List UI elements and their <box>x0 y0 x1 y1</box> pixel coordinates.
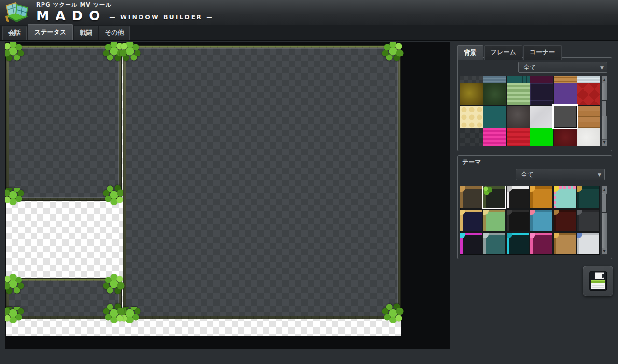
up-arrow-icon: ▲ <box>603 77 605 82</box>
save-button[interactable] <box>583 266 613 296</box>
bg-swatch-purple[interactable] <box>554 83 577 105</box>
theme-thumbnail-light-blue-corner[interactable] <box>577 233 599 254</box>
bg-swatch-blue-stripes[interactable] <box>483 76 506 83</box>
bg-swatch-tan-wood[interactable] <box>554 76 577 83</box>
down-arrow-icon: ▼ <box>603 140 605 145</box>
background-swatch-grid <box>460 76 600 146</box>
bg-swatch-dark-red-damask[interactable] <box>554 128 577 146</box>
theme-thumbnail-dark-teal-gold[interactable] <box>577 186 599 208</box>
material-tab-bar: 背景フレームコーナー <box>457 45 562 60</box>
bg-swatch-red-diamond[interactable] <box>577 83 600 105</box>
theme-thumbnail-teal-pink-star[interactable] <box>554 186 576 208</box>
thumbnail-corner-ornament <box>483 210 489 215</box>
chevron-down-icon: ▼ <box>598 170 601 180</box>
bg-swatch-dark-gray[interactable] <box>554 106 577 128</box>
theme-thumbnail-cyan-neon[interactable] <box>507 233 529 254</box>
bg-swatch-pale-blue[interactable] <box>577 76 600 83</box>
theme-thumbnail-neon-magenta[interactable] <box>460 233 482 254</box>
thumbnail-corner-ornament <box>577 233 582 238</box>
theme-thumbnail-brown-gold[interactable] <box>460 186 482 208</box>
bg-swatch-white-marble[interactable] <box>530 106 553 128</box>
thumbnail-corner-ornament <box>507 210 512 215</box>
theme-thumbnail-green-foliage[interactable] <box>483 186 505 208</box>
bg-swatch-off-white[interactable] <box>577 128 600 146</box>
mado-app-logo-icon <box>2 1 30 24</box>
theme-thumbnail-light-green[interactable] <box>483 210 505 231</box>
tab-battle[interactable]: 戦闘 <box>74 26 98 40</box>
tab-corner[interactable]: コーナー <box>523 45 562 60</box>
bg-swatch-teal-solid[interactable] <box>483 106 506 128</box>
bg-swatch-black-check[interactable] <box>460 128 483 146</box>
theme-thumbnail-wood-gold[interactable] <box>554 233 576 254</box>
main-tab-bar: 会話ステータス戦闘その他 <box>0 25 618 41</box>
window-content-area <box>9 48 119 198</box>
scroll-up-button[interactable]: ▲ <box>602 76 607 83</box>
window-content-area <box>126 48 398 316</box>
thumbnail-corner-ornament <box>530 186 535 192</box>
theme-grid-scrollbar[interactable]: ▲ ▼ <box>601 186 607 255</box>
scrollbar-thumb[interactable] <box>602 194 607 213</box>
scroll-down-button[interactable]: ▼ <box>602 248 607 254</box>
tab-status[interactable]: ステータス <box>28 24 73 40</box>
theme-thumbnail-grid <box>460 186 600 255</box>
theme-thumbnail-white-on-black[interactable] <box>507 186 529 208</box>
thumbnail-corner-ornament <box>530 233 535 238</box>
bg-swatch-green-plaid[interactable] <box>507 83 530 105</box>
scrollbar-thumb[interactable] <box>602 100 607 116</box>
thumbnail-corner-ornament <box>460 186 465 192</box>
thumbnail-corner-ornament <box>577 186 582 192</box>
background-filter-dropdown[interactable]: 全て ▼ <box>518 62 607 73</box>
preview-window-large <box>123 46 400 319</box>
theme-thumbnail-blue-pink-ribbon[interactable] <box>530 210 552 231</box>
theme-thumbnail-navy-gold[interactable] <box>460 210 482 231</box>
app-title: MADO <box>36 9 106 22</box>
app-subtitle: RPG ツクール MV ツール <box>36 2 214 8</box>
down-arrow-icon: ▼ <box>603 249 605 253</box>
bg-swatch-dark-maroon[interactable] <box>530 76 553 83</box>
theme-thumbnail-orange[interactable] <box>530 186 552 208</box>
theme-thumbnail-maroon-gold[interactable] <box>554 210 576 231</box>
tab-others[interactable]: その他 <box>99 26 130 40</box>
scroll-down-button[interactable]: ▼ <box>602 139 607 146</box>
theme-filter-dropdown[interactable]: 全て ▼ <box>516 169 605 180</box>
preview-window-small <box>6 279 121 319</box>
thumbnail-corner-ornament <box>507 233 512 238</box>
thumbnail-corner-ornament <box>554 186 559 192</box>
thumbnail-corner-ornament <box>483 233 489 238</box>
chevron-down-icon: ▼ <box>600 63 604 73</box>
foliage-corner-icon <box>483 186 493 195</box>
bg-swatch-wood-planks[interactable] <box>577 106 600 128</box>
theme-thumbnail-black-diamond[interactable] <box>507 210 529 231</box>
theme-thumbnail-dark-gray-frame[interactable] <box>577 210 599 231</box>
thumbnail-corner-ornament <box>554 233 559 238</box>
tab-conversation[interactable]: 会話 <box>2 26 27 40</box>
bg-swatch-cream-pattern[interactable] <box>460 106 483 128</box>
thumbnail-corner-ornament <box>460 233 465 238</box>
bg-swatch-gold-cloth[interactable] <box>460 83 483 105</box>
window-content-area <box>9 281 119 316</box>
bg-swatch-navy-grid[interactable] <box>530 83 553 105</box>
bg-swatch-teal-grid[interactable] <box>507 76 530 83</box>
bg-swatch-bright-green[interactable] <box>530 128 553 146</box>
bg-swatch-pink-stripes[interactable] <box>483 128 506 146</box>
bg-swatch-gray-stone[interactable] <box>507 106 530 128</box>
bg-swatch-red-stripes[interactable] <box>507 128 530 146</box>
bg-swatch-green-cloth[interactable] <box>483 83 506 105</box>
thumbnail-corner-ornament <box>530 210 535 215</box>
thumbnail-corner-ornament <box>554 210 559 215</box>
tab-background[interactable]: 背景 <box>457 45 483 60</box>
theme-thumbnail-teal-gray[interactable] <box>483 233 505 254</box>
background-grid-scrollbar[interactable]: ▲ ▼ <box>601 76 607 146</box>
thumbnail-corner-ornament <box>577 210 582 215</box>
floppy-disk-icon <box>589 271 607 291</box>
thumbnail-corner-ornament <box>507 186 512 192</box>
scroll-up-button[interactable]: ▲ <box>602 186 607 193</box>
dropdown-value: 全て <box>523 64 536 71</box>
up-arrow-icon: ▲ <box>603 187 605 192</box>
theme-section-label: テーマ <box>460 158 483 167</box>
app-header: RPG ツクール MV ツール MADO — WINDOW BUILDER — <box>0 0 618 25</box>
thumbnail-corner-ornament <box>460 210 465 215</box>
tab-frame[interactable]: フレーム <box>484 45 522 60</box>
bg-swatch-dark-check[interactable] <box>460 76 483 83</box>
theme-thumbnail-magenta-ornate[interactable] <box>530 233 552 254</box>
